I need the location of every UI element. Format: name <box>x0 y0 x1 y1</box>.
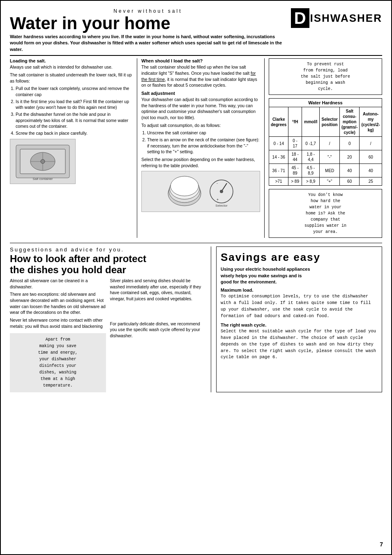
cell-auto-4: 25 <box>360 177 382 186</box>
table-row: 14 - 36 18 - 44 1,8 - 4,4 "-" 20 60 <box>269 150 382 164</box>
col-header-clarke: Clarkedegrees <box>269 107 288 137</box>
cell-auto-1: / <box>360 137 382 150</box>
how-title: How to look after and protectthe dishes … <box>10 253 206 275</box>
middle-column: When should I load the salt? The salt co… <box>137 58 265 238</box>
adjustment-steps: Unscrew the salt container cap There is … <box>147 130 260 155</box>
cell-salt-4: 60 <box>339 177 359 186</box>
col1-text3: Never let silverware come into contact w… <box>10 317 106 329</box>
cell-selector-4: "+" <box>320 177 339 186</box>
adjustment-step-2: There is an arrow on the neck of the con… <box>147 137 260 155</box>
cell-fh-1: 0 - 17 <box>288 137 302 150</box>
cell-salt-3: 40 <box>339 164 359 177</box>
table-row: 0 - 14 0 - 17 0 -1,7 / 0 / <box>269 137 382 150</box>
loading-title: Loading the salt. <box>10 58 133 63</box>
water-box: You don't know how hard the water in you… <box>269 189 382 238</box>
badge-text: ISHWASHER <box>310 12 382 25</box>
badge-d: D <box>291 8 309 28</box>
cell-salt-1: 0 <box>339 137 359 150</box>
adjustment-text2: To adjust salt consumption, do as follow… <box>141 122 260 129</box>
savings-title: Savings are easy <box>221 251 378 264</box>
loading-text1: Always use salt which is intended for di… <box>10 64 133 70</box>
select-text: Select the arrow position depending on t… <box>141 157 260 168</box>
adjustment-text1: Your dishwasher can adjust its salt cons… <box>141 97 260 121</box>
col-header-autonomy: Autono-my(cycles\2-kg) <box>360 107 382 137</box>
when-text: The salt container should be filled up w… <box>141 64 260 88</box>
cell-salt-2: 20 <box>339 150 359 164</box>
bottom-right: Savings are easy Using your electric hou… <box>216 246 382 392</box>
svg-point-5 <box>41 159 45 164</box>
loading-step-2: Is it the first time you load the salt? … <box>16 99 133 111</box>
cell-fh-2: 18 - 44 <box>288 150 302 164</box>
subtitle: Never without salt <box>10 8 286 14</box>
cell-selector-3: MED <box>320 164 339 177</box>
cell-clarke-2: 14 - 36 <box>269 150 288 164</box>
water-hardness-section: Water Hardness Clarkedegrees °fH mmol/l … <box>269 98 382 186</box>
col1-text1: Almost all silverware can be cleaned in … <box>10 278 106 290</box>
col2-text1: Silver plates and serving dishes should … <box>110 278 206 302</box>
cell-fh-3: 45 - 89 <box>288 164 302 177</box>
loading-text2: The salt container is situated underneat… <box>10 72 133 84</box>
col1-text2: There are two exceptions: old silverware… <box>10 291 106 315</box>
table-row: >71 > 89 > 8,9 "+" 60 25 <box>269 177 382 186</box>
left-column: Loading the salt. Always use salt which … <box>10 58 137 238</box>
col2-text2: For particularly delicate dishes, we rec… <box>110 321 206 339</box>
main-content: Loading the salt. Always use salt which … <box>10 58 382 238</box>
main-title: Water in your home <box>10 15 286 32</box>
bottom-left: Suggestions and advice for you. How to l… <box>10 246 211 392</box>
cell-clarke-3: 36 - 71 <box>269 164 288 177</box>
svg-point-10 <box>171 176 198 196</box>
cell-clarke-4: >71 <box>269 177 288 186</box>
cell-mmol-4: > 8,9 <box>302 177 320 186</box>
silverware-col1: Almost all silverware can be cleaned in … <box>10 278 106 393</box>
loading-step-4: Screw the cap back in place carefully. <box>16 130 133 136</box>
cell-clarke-1: 0 - 14 <box>269 137 288 150</box>
prevent-rust-box: To prevent rust from forming, load the s… <box>269 58 382 95</box>
adjustment-title: Salt adjustment <box>141 91 260 96</box>
dishwasher-badge: D ISHWASHER <box>291 8 382 28</box>
loading-step-1: Pull out the lower rack completely, unsc… <box>16 85 133 97</box>
right-cycle-title: The right wash cycle. <box>221 322 378 327</box>
svg-text:+: + <box>217 198 219 202</box>
intro-text: Water hardness varies according to where… <box>10 34 286 53</box>
suggestions-title: Suggestions and advice for you. <box>10 246 206 253</box>
silverware-col2: Silver plates and serving dishes should … <box>110 278 206 393</box>
right-cycle-text: Select the most suitable wash cycle for … <box>221 328 378 361</box>
cell-auto-3: 40 <box>360 164 382 177</box>
bottom-section: Suggestions and advice for you. How to l… <box>10 243 382 392</box>
svg-text:Salt container: Salt container <box>33 177 53 181</box>
when-title: When should I load the salt? <box>141 58 260 63</box>
table-row: 36 - 71 45 - 89 4,5 - 8,9 MED 40 40 <box>269 164 382 177</box>
header: Never without salt Water in your home Wa… <box>10 8 382 56</box>
cell-fh-4: > 89 <box>288 177 302 186</box>
cell-selector-2: "-" <box>320 150 339 164</box>
cell-selector-1: / <box>320 137 339 150</box>
note-box: Apart from making you save time and ener… <box>10 333 106 392</box>
page-number: 7 <box>380 541 383 548</box>
max-load-text: To optimise consumption levels, try to u… <box>221 293 378 319</box>
col-header-mmol: mmol/l <box>302 107 320 137</box>
col-header-fh: °fH <box>288 107 302 137</box>
bottom-left-cols: Almost all silverware can be cleaned in … <box>10 278 206 393</box>
cell-mmol-3: 4,5 - 8,9 <box>302 164 320 177</box>
svg-text:Selector: Selector <box>215 204 228 207</box>
table-title: Water Hardness <box>269 98 382 107</box>
col-header-salt: Saltconsu-mption(grams/-cycle) <box>339 107 359 137</box>
savings-subtitle: Using your electric household appliances… <box>221 266 378 285</box>
svg-text:-: - <box>217 181 218 185</box>
salt-image: Salt container <box>10 139 76 184</box>
max-load-title: Maximum load. <box>221 288 378 292</box>
loading-steps: Pull out the lower rack completely, unsc… <box>16 85 133 136</box>
right-column: To prevent rust from forming, load the s… <box>265 58 382 238</box>
col-header-selector: Selectorposition <box>320 107 339 137</box>
adjustment-step-1: Unscrew the salt container cap <box>147 130 260 136</box>
cell-mmol-1: 0 -1,7 <box>302 137 320 150</box>
water-hardness-table: Clarkedegrees °fH mmol/l Selectorpositio… <box>269 107 382 186</box>
svg-point-15 <box>220 190 223 193</box>
cell-auto-2: 60 <box>360 150 382 164</box>
loading-step-3: Put the dishwasher funnel on the hole an… <box>16 111 133 129</box>
cell-mmol-2: 1,8 - 4,4 <box>302 150 320 164</box>
selector-image: - + Selector <box>141 171 260 212</box>
